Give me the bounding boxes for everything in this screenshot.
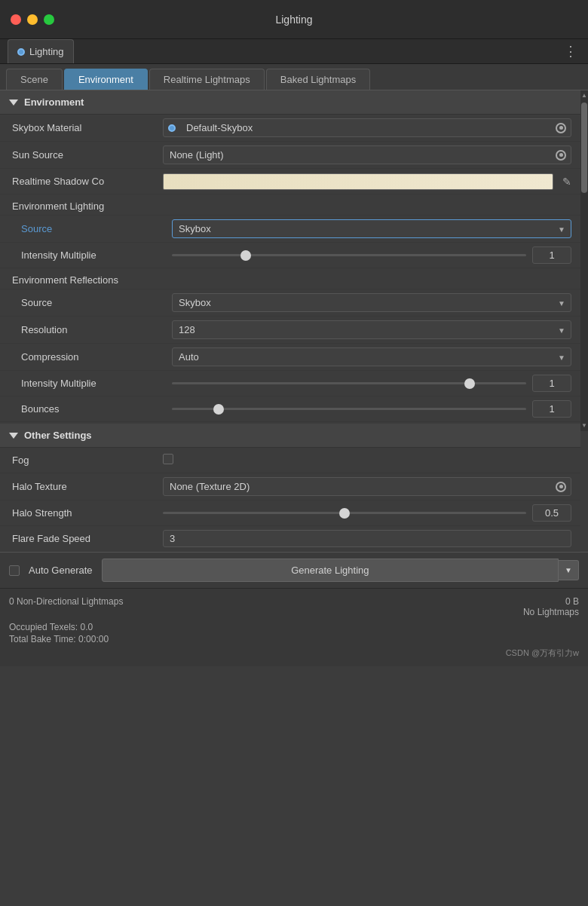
ref-intensity-slider[interactable] [172,382,526,384]
env-lighting-subsection: Environment Lighting [0,194,580,216]
panel-tab-label: Lighting [29,46,64,57]
more-options-icon[interactable]: ⋮ [564,43,577,60]
compression-dropdown[interactable]: Auto Uncompressed Compressed [172,347,571,366]
halo-texture-text: None (Texture 2D) [164,478,551,495]
halo-strength-value [163,504,571,522]
env-lighting-source-dropdown-wrapper: Skybox Gradient Color [172,219,571,238]
ref-intensity-slider-container [172,375,571,392]
status-right: 0 B No Lightmaps [523,596,579,617]
tab-baked-lightmaps[interactable]: Baked Lightmaps [266,69,370,90]
content-area: Environment Skybox Material Default-Skyb… [0,90,588,552]
generate-lighting-dropdown-arrow[interactable]: ▼ [559,560,579,580]
fog-value [163,454,571,467]
compression-row: Compression Auto Uncompressed Compressed [0,344,580,371]
flare-fade-input[interactable] [163,530,571,547]
halo-strength-row: Halo Strength [0,500,580,526]
tab-environment[interactable]: Environment [64,69,148,90]
status-lightmaps-row: 0 Non-Directional Lightmaps 0 B No Light… [9,596,579,617]
close-button[interactable] [11,14,21,25]
sun-source-row: Sun Source None (Light) [0,142,580,169]
bounces-slider[interactable] [172,408,526,410]
environment-section-title: Environment [24,96,84,108]
env-intensity-slider[interactable] [172,254,526,256]
env-intensity-slider-container [172,246,571,264]
environment-section-header[interactable]: Environment [0,90,580,115]
env-lighting-source-label: Source [21,223,172,234]
resolution-dropdown[interactable]: 128 256 512 1024 [172,320,571,339]
resolution-value: 128 256 512 1024 [172,320,571,339]
halo-texture-field[interactable]: None (Texture 2D) [163,477,571,496]
collapse-triangle-other-icon [9,433,18,439]
auto-generate-checkbox[interactable] [9,565,20,576]
tab-realtime-lightmaps[interactable]: Realtime Lightmaps [149,69,265,90]
flare-fade-label: Flare Fade Speed [12,533,163,544]
no-lightmaps-label: No Lightmaps [523,607,579,617]
halo-texture-row: Halo Texture None (Texture 2D) [0,473,580,500]
reflections-source-dropdown[interactable]: Skybox Custom [172,293,571,312]
ref-intensity-row: Intensity Multiplie [0,371,580,396]
env-lighting-source-dropdown[interactable]: Skybox Gradient Color [172,219,571,238]
ref-intensity-value [172,375,571,392]
skybox-material-select-icon[interactable] [551,120,571,136]
panel-tab-lighting[interactable]: Lighting [8,39,74,63]
compression-label: Compression [21,351,172,363]
bounces-input[interactable] [532,400,571,418]
halo-strength-input[interactable] [532,504,571,522]
env-reflections-subsection: Environment Reflections [0,268,580,289]
ref-intensity-label: Intensity Multiplie [21,378,172,389]
skybox-material-field[interactable]: Default-Skybox [163,118,571,137]
compression-dropdown-wrapper: Auto Uncompressed Compressed [172,347,571,366]
scroll-thumb[interactable] [581,103,587,193]
sun-source-value: None (Light) [163,145,571,164]
halo-texture-select-icon[interactable] [551,479,571,495]
realtime-shadow-value: ✎ [163,173,571,190]
minimize-button[interactable] [27,14,38,25]
fog-checkbox[interactable] [163,454,173,464]
reflections-source-row: Source Skybox Custom [0,289,580,317]
sun-source-field[interactable]: None (Light) [163,145,571,164]
skybox-material-text: Default-Skybox [180,119,551,136]
halo-strength-label: Halo Strength [12,507,163,519]
halo-strength-slider-container [163,504,571,522]
skybox-material-label: Skybox Material [12,122,163,133]
resolution-row: Resolution 128 256 512 1024 [0,317,580,344]
generate-lighting-wrapper: Generate Lighting ▼ [102,559,579,582]
pencil-icon[interactable]: ✎ [562,176,571,188]
env-lighting-source-value: Skybox Gradient Color [172,219,571,238]
skybox-material-row: Skybox Material Default-Skybox [0,115,580,142]
scroll-up-icon[interactable]: ▲ [581,90,587,101]
other-settings-section-header[interactable]: Other Settings [0,424,580,448]
tab-scene[interactable]: Scene [6,69,63,90]
lightmaps-count: 0 Non-Directional Lightmaps [9,596,123,617]
circle-target-icon2 [556,150,566,161]
sun-source-text: None (Light) [164,146,551,164]
realtime-shadow-row: Realtime Shadow Co ✎ [0,169,580,194]
generate-lighting-button[interactable]: Generate Lighting [102,559,559,582]
status-bar: 0 Non-Directional Lightmaps 0 B No Light… [0,588,588,666]
halo-texture-label: Halo Texture [12,481,163,492]
bounces-row: Bounces [0,396,580,422]
sun-source-label: Sun Source [12,149,163,161]
main-tabs: Scene Environment Realtime Lightmaps Bak… [0,64,588,90]
maximize-button[interactable] [44,14,54,25]
scroll-down-icon[interactable]: ▼ [581,421,587,431]
auto-generate-label: Auto Generate [29,565,93,576]
sun-source-select-icon[interactable] [551,147,571,164]
bounces-slider-container [172,400,571,418]
bottom-generate-bar: Auto Generate Generate Lighting ▼ [0,552,588,588]
collapse-triangle-icon [9,99,18,106]
bounces-value [172,400,571,418]
resolution-dropdown-wrapper: 128 256 512 1024 [172,320,571,339]
resolution-label: Resolution [21,324,172,335]
total-bake-time: Total Bake Time: 0:00:00 [9,634,579,644]
skybox-material-value: Default-Skybox [163,118,571,137]
shadow-color-swatch[interactable] [163,173,553,190]
env-intensity-input[interactable] [532,246,571,264]
ref-intensity-input[interactable] [532,375,571,392]
realtime-shadow-label: Realtime Shadow Co [12,176,163,187]
flare-fade-row: Flare Fade Speed [0,526,580,552]
scrollbar[interactable]: ▲ ▼ [580,90,588,431]
env-intensity-label: Intensity Multiplie [21,249,172,261]
halo-strength-slider[interactable] [163,512,526,514]
compression-value: Auto Uncompressed Compressed [172,347,571,366]
